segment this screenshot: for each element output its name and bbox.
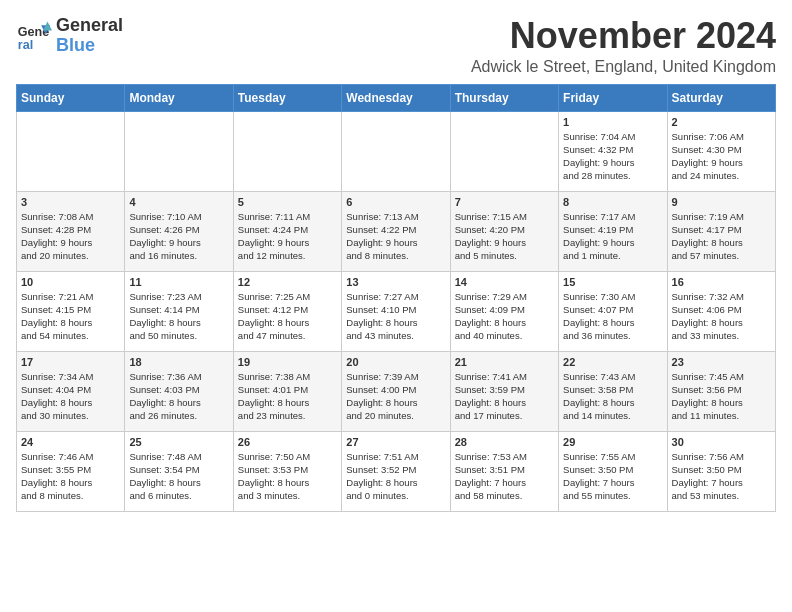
logo-icon: Gene ral <box>16 18 52 54</box>
weekday-header-friday: Friday <box>559 84 667 111</box>
calendar-cell: 20Sunrise: 7:39 AM Sunset: 4:00 PM Dayli… <box>342 351 450 431</box>
day-info: Sunrise: 7:36 AM Sunset: 4:03 PM Dayligh… <box>129 370 228 423</box>
calendar-cell: 17Sunrise: 7:34 AM Sunset: 4:04 PM Dayli… <box>17 351 125 431</box>
day-number: 29 <box>563 436 662 448</box>
calendar-cell: 28Sunrise: 7:53 AM Sunset: 3:51 PM Dayli… <box>450 431 558 511</box>
calendar-cell: 3Sunrise: 7:08 AM Sunset: 4:28 PM Daylig… <box>17 191 125 271</box>
day-number: 21 <box>455 356 554 368</box>
day-number: 8 <box>563 196 662 208</box>
calendar-cell: 25Sunrise: 7:48 AM Sunset: 3:54 PM Dayli… <box>125 431 233 511</box>
day-number: 4 <box>129 196 228 208</box>
weekday-header-sunday: Sunday <box>17 84 125 111</box>
day-info: Sunrise: 7:25 AM Sunset: 4:12 PM Dayligh… <box>238 290 337 343</box>
day-number: 9 <box>672 196 771 208</box>
day-number: 13 <box>346 276 445 288</box>
day-info: Sunrise: 7:45 AM Sunset: 3:56 PM Dayligh… <box>672 370 771 423</box>
day-number: 3 <box>21 196 120 208</box>
day-number: 16 <box>672 276 771 288</box>
day-info: Sunrise: 7:27 AM Sunset: 4:10 PM Dayligh… <box>346 290 445 343</box>
day-info: Sunrise: 7:53 AM Sunset: 3:51 PM Dayligh… <box>455 450 554 503</box>
weekday-header-saturday: Saturday <box>667 84 775 111</box>
day-info: Sunrise: 7:06 AM Sunset: 4:30 PM Dayligh… <box>672 130 771 183</box>
month-title: November 2024 <box>471 16 776 56</box>
calendar-table: SundayMondayTuesdayWednesdayThursdayFrid… <box>16 84 776 512</box>
calendar-cell: 9Sunrise: 7:19 AM Sunset: 4:17 PM Daylig… <box>667 191 775 271</box>
day-info: Sunrise: 7:19 AM Sunset: 4:17 PM Dayligh… <box>672 210 771 263</box>
header: Gene ral General Blue November 2024 Adwi… <box>16 16 776 76</box>
day-number: 5 <box>238 196 337 208</box>
calendar-cell: 29Sunrise: 7:55 AM Sunset: 3:50 PM Dayli… <box>559 431 667 511</box>
calendar-cell: 30Sunrise: 7:56 AM Sunset: 3:50 PM Dayli… <box>667 431 775 511</box>
day-info: Sunrise: 7:38 AM Sunset: 4:01 PM Dayligh… <box>238 370 337 423</box>
calendar-week-row: 24Sunrise: 7:46 AM Sunset: 3:55 PM Dayli… <box>17 431 776 511</box>
calendar-cell: 11Sunrise: 7:23 AM Sunset: 4:14 PM Dayli… <box>125 271 233 351</box>
calendar-cell: 19Sunrise: 7:38 AM Sunset: 4:01 PM Dayli… <box>233 351 341 431</box>
svg-text:ral: ral <box>18 37 33 51</box>
day-info: Sunrise: 7:13 AM Sunset: 4:22 PM Dayligh… <box>346 210 445 263</box>
day-number: 25 <box>129 436 228 448</box>
day-info: Sunrise: 7:43 AM Sunset: 3:58 PM Dayligh… <box>563 370 662 423</box>
calendar-cell: 23Sunrise: 7:45 AM Sunset: 3:56 PM Dayli… <box>667 351 775 431</box>
calendar-cell: 1Sunrise: 7:04 AM Sunset: 4:32 PM Daylig… <box>559 111 667 191</box>
day-info: Sunrise: 7:21 AM Sunset: 4:15 PM Dayligh… <box>21 290 120 343</box>
day-number: 1 <box>563 116 662 128</box>
day-info: Sunrise: 7:04 AM Sunset: 4:32 PM Dayligh… <box>563 130 662 183</box>
weekday-header-thursday: Thursday <box>450 84 558 111</box>
weekday-header-wednesday: Wednesday <box>342 84 450 111</box>
calendar-cell <box>342 111 450 191</box>
calendar-cell <box>450 111 558 191</box>
logo: Gene ral General Blue <box>16 16 123 56</box>
day-number: 2 <box>672 116 771 128</box>
day-info: Sunrise: 7:10 AM Sunset: 4:26 PM Dayligh… <box>129 210 228 263</box>
day-number: 30 <box>672 436 771 448</box>
location: Adwick le Street, England, United Kingdo… <box>471 58 776 76</box>
day-number: 15 <box>563 276 662 288</box>
day-info: Sunrise: 7:41 AM Sunset: 3:59 PM Dayligh… <box>455 370 554 423</box>
day-info: Sunrise: 7:56 AM Sunset: 3:50 PM Dayligh… <box>672 450 771 503</box>
calendar-cell: 18Sunrise: 7:36 AM Sunset: 4:03 PM Dayli… <box>125 351 233 431</box>
day-number: 14 <box>455 276 554 288</box>
day-number: 26 <box>238 436 337 448</box>
day-number: 24 <box>21 436 120 448</box>
day-info: Sunrise: 7:39 AM Sunset: 4:00 PM Dayligh… <box>346 370 445 423</box>
day-number: 19 <box>238 356 337 368</box>
calendar-cell: 27Sunrise: 7:51 AM Sunset: 3:52 PM Dayli… <box>342 431 450 511</box>
calendar-cell: 12Sunrise: 7:25 AM Sunset: 4:12 PM Dayli… <box>233 271 341 351</box>
weekday-header-monday: Monday <box>125 84 233 111</box>
day-info: Sunrise: 7:46 AM Sunset: 3:55 PM Dayligh… <box>21 450 120 503</box>
day-info: Sunrise: 7:51 AM Sunset: 3:52 PM Dayligh… <box>346 450 445 503</box>
calendar-cell: 6Sunrise: 7:13 AM Sunset: 4:22 PM Daylig… <box>342 191 450 271</box>
calendar-week-row: 17Sunrise: 7:34 AM Sunset: 4:04 PM Dayli… <box>17 351 776 431</box>
logo-line1: General <box>56 16 123 36</box>
calendar-cell: 15Sunrise: 7:30 AM Sunset: 4:07 PM Dayli… <box>559 271 667 351</box>
calendar-cell: 26Sunrise: 7:50 AM Sunset: 3:53 PM Dayli… <box>233 431 341 511</box>
day-info: Sunrise: 7:32 AM Sunset: 4:06 PM Dayligh… <box>672 290 771 343</box>
calendar-cell <box>17 111 125 191</box>
calendar-cell: 13Sunrise: 7:27 AM Sunset: 4:10 PM Dayli… <box>342 271 450 351</box>
calendar-cell: 22Sunrise: 7:43 AM Sunset: 3:58 PM Dayli… <box>559 351 667 431</box>
day-number: 18 <box>129 356 228 368</box>
day-number: 10 <box>21 276 120 288</box>
day-info: Sunrise: 7:11 AM Sunset: 4:24 PM Dayligh… <box>238 210 337 263</box>
calendar-cell: 2Sunrise: 7:06 AM Sunset: 4:30 PM Daylig… <box>667 111 775 191</box>
calendar-cell: 10Sunrise: 7:21 AM Sunset: 4:15 PM Dayli… <box>17 271 125 351</box>
day-info: Sunrise: 7:17 AM Sunset: 4:19 PM Dayligh… <box>563 210 662 263</box>
calendar-week-row: 10Sunrise: 7:21 AM Sunset: 4:15 PM Dayli… <box>17 271 776 351</box>
weekday-header-tuesday: Tuesday <box>233 84 341 111</box>
calendar-cell: 16Sunrise: 7:32 AM Sunset: 4:06 PM Dayli… <box>667 271 775 351</box>
day-info: Sunrise: 7:55 AM Sunset: 3:50 PM Dayligh… <box>563 450 662 503</box>
day-info: Sunrise: 7:48 AM Sunset: 3:54 PM Dayligh… <box>129 450 228 503</box>
day-number: 12 <box>238 276 337 288</box>
calendar-cell: 8Sunrise: 7:17 AM Sunset: 4:19 PM Daylig… <box>559 191 667 271</box>
day-number: 22 <box>563 356 662 368</box>
day-info: Sunrise: 7:15 AM Sunset: 4:20 PM Dayligh… <box>455 210 554 263</box>
day-number: 20 <box>346 356 445 368</box>
weekday-header-row: SundayMondayTuesdayWednesdayThursdayFrid… <box>17 84 776 111</box>
logo-line2: Blue <box>56 35 95 55</box>
day-number: 6 <box>346 196 445 208</box>
calendar-cell: 14Sunrise: 7:29 AM Sunset: 4:09 PM Dayli… <box>450 271 558 351</box>
calendar-cell: 5Sunrise: 7:11 AM Sunset: 4:24 PM Daylig… <box>233 191 341 271</box>
calendar-cell <box>233 111 341 191</box>
calendar-cell <box>125 111 233 191</box>
day-info: Sunrise: 7:50 AM Sunset: 3:53 PM Dayligh… <box>238 450 337 503</box>
